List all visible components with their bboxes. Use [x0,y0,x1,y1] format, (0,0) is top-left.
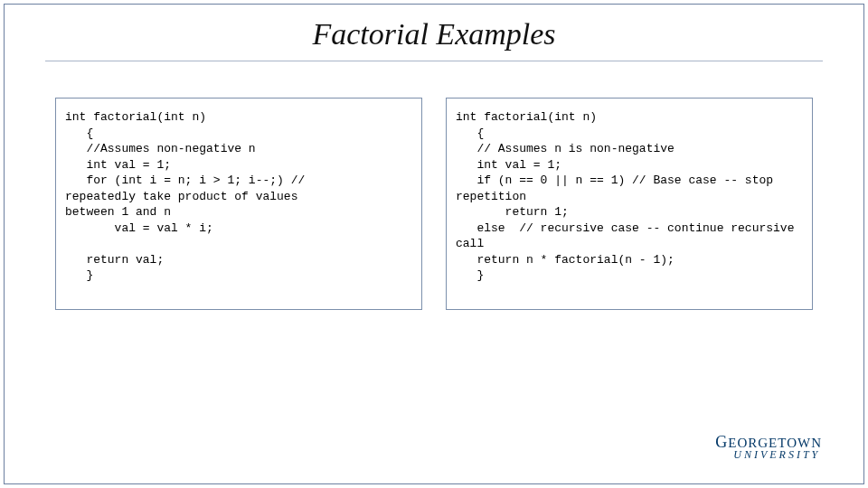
slide-title: Factorial Examples [5,17,863,52]
code-recursive: int factorial(int n) { // Assumes n is n… [456,109,803,284]
slide-frame: Factorial Examples int factorial(int n) … [4,4,864,484]
logo-line2: UNIVERSITY [733,450,822,460]
georgetown-logo: GEORGETOWN UNIVERSITY [715,435,822,460]
title-block: Factorial Examples [5,17,863,61]
code-box-iterative: int factorial(int n) { //Assumes non-neg… [55,98,422,310]
code-columns: int factorial(int n) { //Assumes non-neg… [5,61,863,310]
code-iterative: int factorial(int n) { //Assumes non-neg… [65,109,412,284]
code-box-recursive: int factorial(int n) { // Assumes n is n… [446,98,813,310]
